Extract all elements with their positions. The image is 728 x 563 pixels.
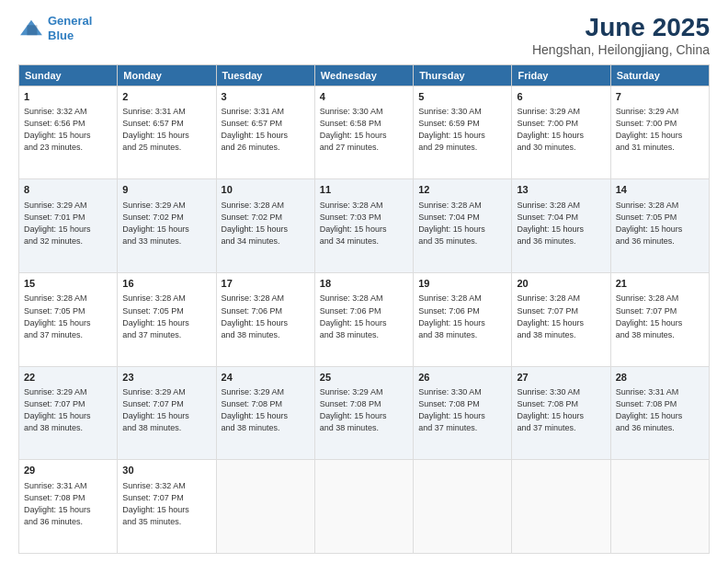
col-thursday: Thursday bbox=[414, 64, 512, 86]
page: General Blue June 2025 Hengshan, Heilong… bbox=[0, 0, 728, 563]
logo-icon bbox=[18, 18, 44, 39]
col-saturday: Saturday bbox=[610, 64, 709, 86]
table-row: 22Sunrise: 3:29 AMSunset: 7:07 PMDayligh… bbox=[19, 366, 118, 460]
table-row: 3Sunrise: 3:31 AMSunset: 6:57 PMDaylight… bbox=[216, 86, 314, 179]
table-row bbox=[610, 460, 709, 554]
col-wednesday: Wednesday bbox=[314, 64, 413, 86]
calendar-week-2: 8Sunrise: 3:29 AMSunset: 7:01 PMDaylight… bbox=[19, 179, 710, 273]
table-row: 17Sunrise: 3:28 AMSunset: 7:06 PMDayligh… bbox=[216, 273, 314, 367]
table-row: 26Sunrise: 3:30 AMSunset: 7:08 PMDayligh… bbox=[414, 366, 512, 460]
table-row bbox=[414, 460, 512, 554]
header: General Blue June 2025 Hengshan, Heilong… bbox=[18, 14, 710, 57]
title-block: June 2025 Hengshan, Heilongjiang, China bbox=[532, 14, 710, 57]
logo-line2: Blue bbox=[48, 29, 74, 42]
table-row: 19Sunrise: 3:28 AMSunset: 7:06 PMDayligh… bbox=[414, 273, 512, 367]
col-sunday: Sunday bbox=[19, 64, 118, 86]
table-row: 28Sunrise: 3:31 AMSunset: 7:08 PMDayligh… bbox=[610, 366, 709, 460]
table-row: 20Sunrise: 3:28 AMSunset: 7:07 PMDayligh… bbox=[512, 273, 610, 367]
calendar-header-row: Sunday Monday Tuesday Wednesday Thursday… bbox=[19, 64, 710, 86]
table-row: 27Sunrise: 3:30 AMSunset: 7:08 PMDayligh… bbox=[512, 366, 610, 460]
table-row: 25Sunrise: 3:29 AMSunset: 7:08 PMDayligh… bbox=[314, 366, 413, 460]
table-row bbox=[216, 460, 314, 554]
table-row: 12Sunrise: 3:28 AMSunset: 7:04 PMDayligh… bbox=[414, 179, 512, 273]
table-row: 14Sunrise: 3:28 AMSunset: 7:05 PMDayligh… bbox=[610, 179, 709, 273]
table-row: 15Sunrise: 3:28 AMSunset: 7:05 PMDayligh… bbox=[19, 273, 118, 367]
calendar-week-5: 29Sunrise: 3:31 AMSunset: 7:08 PMDayligh… bbox=[19, 460, 710, 554]
table-row: 30Sunrise: 3:32 AMSunset: 7:07 PMDayligh… bbox=[118, 460, 216, 554]
table-row: 1Sunrise: 3:32 AMSunset: 6:56 PMDaylight… bbox=[19, 86, 118, 179]
calendar-table: Sunday Monday Tuesday Wednesday Thursday… bbox=[18, 64, 710, 554]
table-row: 10Sunrise: 3:28 AMSunset: 7:02 PMDayligh… bbox=[216, 179, 314, 273]
table-row bbox=[512, 460, 610, 554]
table-row: 8Sunrise: 3:29 AMSunset: 7:01 PMDaylight… bbox=[19, 179, 118, 273]
svg-marker-1 bbox=[27, 25, 37, 35]
table-row: 16Sunrise: 3:28 AMSunset: 7:05 PMDayligh… bbox=[118, 273, 216, 367]
table-row: 23Sunrise: 3:29 AMSunset: 7:07 PMDayligh… bbox=[118, 366, 216, 460]
calendar-week-3: 15Sunrise: 3:28 AMSunset: 7:05 PMDayligh… bbox=[19, 273, 710, 367]
table-row: 13Sunrise: 3:28 AMSunset: 7:04 PMDayligh… bbox=[512, 179, 610, 273]
table-row: 21Sunrise: 3:28 AMSunset: 7:07 PMDayligh… bbox=[610, 273, 709, 367]
logo-line1: General bbox=[48, 14, 92, 28]
calendar-week-1: 1Sunrise: 3:32 AMSunset: 6:56 PMDaylight… bbox=[19, 86, 710, 179]
table-row: 18Sunrise: 3:28 AMSunset: 7:06 PMDayligh… bbox=[314, 273, 413, 367]
table-row: 6Sunrise: 3:29 AMSunset: 7:00 PMDaylight… bbox=[512, 86, 610, 179]
table-row: 7Sunrise: 3:29 AMSunset: 7:00 PMDaylight… bbox=[610, 86, 709, 179]
table-row: 24Sunrise: 3:29 AMSunset: 7:08 PMDayligh… bbox=[216, 366, 314, 460]
main-title: June 2025 bbox=[532, 14, 710, 42]
table-row: 9Sunrise: 3:29 AMSunset: 7:02 PMDaylight… bbox=[118, 179, 216, 273]
subtitle: Hengshan, Heilongjiang, China bbox=[532, 42, 710, 57]
col-friday: Friday bbox=[512, 64, 610, 86]
col-tuesday: Tuesday bbox=[216, 64, 314, 86]
table-row bbox=[314, 460, 413, 554]
calendar-week-4: 22Sunrise: 3:29 AMSunset: 7:07 PMDayligh… bbox=[19, 366, 710, 460]
table-row: 4Sunrise: 3:30 AMSunset: 6:58 PMDaylight… bbox=[314, 86, 413, 179]
col-monday: Monday bbox=[118, 64, 216, 86]
table-row: 2Sunrise: 3:31 AMSunset: 6:57 PMDaylight… bbox=[118, 86, 216, 179]
logo: General Blue bbox=[18, 14, 92, 42]
table-row: 29Sunrise: 3:31 AMSunset: 7:08 PMDayligh… bbox=[19, 460, 118, 554]
table-row: 11Sunrise: 3:28 AMSunset: 7:03 PMDayligh… bbox=[314, 179, 413, 273]
table-row: 5Sunrise: 3:30 AMSunset: 6:59 PMDaylight… bbox=[414, 86, 512, 179]
logo-text: General Blue bbox=[48, 14, 92, 42]
